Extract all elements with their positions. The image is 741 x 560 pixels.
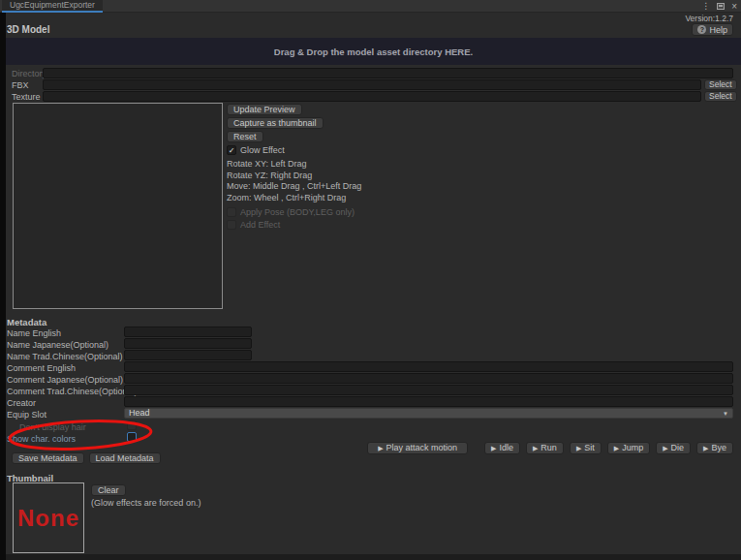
comment-chinese-label: Comment Trad.Chinese(Optional) <box>7 387 138 396</box>
name-chinese-field[interactable] <box>124 350 252 360</box>
jump-motion-button[interactable]: ▶ Jump <box>607 442 650 454</box>
equip-slot-label: Equip Slot <box>7 410 46 420</box>
tab-bar: UgcEquipmentExporter ⋮ × <box>0 0 741 13</box>
preview-controls: Update Preview Capture as thumbnail Rese… <box>227 104 361 232</box>
play-icon: ▶ <box>576 445 581 451</box>
apply-pose-row: Apply Pose (BODY,LEG only) <box>227 206 355 218</box>
name-english-field[interactable] <box>124 327 252 337</box>
load-metadata-button[interactable]: Load Metadata <box>89 452 161 464</box>
name-english-label: Name English <box>7 328 61 338</box>
directory-label: Directory <box>12 69 46 78</box>
mouse-instructions: Rotate XY: Left Drag Rotate YZ: Right Dr… <box>227 159 361 203</box>
texture-select-button[interactable]: Select <box>704 91 737 102</box>
instruction-line: Move: Middle Drag , Ctrl+Left Drag <box>227 181 361 193</box>
chevron-down-icon: ▼ <box>723 410 728 419</box>
section-title-3d-model: 3D Model <box>7 24 49 35</box>
die-motion-label: Die <box>671 444 685 452</box>
creator-label: Creator <box>7 398 36 408</box>
add-effect-checkbox <box>227 220 236 230</box>
kebab-menu-icon[interactable]: ⋮ <box>701 2 710 11</box>
fbx-field[interactable] <box>43 79 701 90</box>
creator-field[interactable] <box>124 396 733 407</box>
sit-motion-button[interactable]: ▶ Sit <box>570 442 602 454</box>
play-icon: ▶ <box>703 445 708 451</box>
sit-motion-label: Sit <box>584 444 595 452</box>
model-preview-viewport[interactable] <box>13 103 223 309</box>
bye-motion-button[interactable]: ▶ Bye <box>696 442 733 454</box>
equip-slot-dropdown[interactable]: Head ▼ <box>124 408 733 419</box>
comment-japanese-field[interactable] <box>124 373 733 384</box>
help-button-label: Help <box>709 25 727 35</box>
check-icon: ✓ <box>229 146 235 155</box>
comment-english-field[interactable] <box>124 361 733 372</box>
show-char-colors-checkbox[interactable] <box>127 432 137 442</box>
instruction-line: Rotate XY: Left Drag <box>227 159 361 171</box>
apply-pose-label: Apply Pose (BODY,LEG only) <box>240 207 355 217</box>
run-motion-label: Run <box>540 444 557 452</box>
comment-chinese-field[interactable] <box>124 385 733 395</box>
glow-effect-row: ✓ Glow Effect <box>227 144 285 156</box>
help-button[interactable]: ? Help <box>692 23 733 36</box>
directory-field[interactable] <box>43 68 733 78</box>
fbx-select-button[interactable]: Select <box>704 79 737 90</box>
die-motion-button[interactable]: ▶ Die <box>656 442 691 454</box>
save-metadata-button[interactable]: Save Metadata <box>12 452 84 464</box>
instruction-line: Zoom: Wheel , Ctrl+Right Drag <box>227 193 361 204</box>
play-icon: ▶ <box>378 445 383 451</box>
bye-motion-label: Bye <box>711 444 726 452</box>
drag-drop-label: Drag & Drop the model asset directory HE… <box>274 47 473 57</box>
thumbnail-preview: None <box>13 482 84 553</box>
close-icon[interactable]: × <box>731 2 737 12</box>
comment-japanese-label: Comment Japanese(Optional) <box>7 375 123 385</box>
play-icon: ▶ <box>663 445 667 451</box>
glow-effect-label: Glow Effect <box>240 145 285 155</box>
thumbnail-note: (Glow effects are forced on.) <box>91 498 201 508</box>
play-icon: ▶ <box>614 445 619 451</box>
dont-display-hair-checkbox <box>127 420 137 430</box>
jump-motion-label: Jump <box>622 444 643 452</box>
reset-button[interactable]: Reset <box>227 131 263 142</box>
thumbnail-none-placeholder: None <box>17 505 79 532</box>
name-japanese-field[interactable] <box>124 338 252 349</box>
run-motion-button[interactable]: ▶ Run <box>526 442 564 454</box>
update-preview-button[interactable]: Update Preview <box>227 104 302 115</box>
tab-ugc-equipment-exporter[interactable]: UgcEquipmentExporter <box>2 0 103 13</box>
add-effect-label: Add Effect <box>240 220 280 230</box>
idle-motion-button[interactable]: ▶ Idle <box>484 442 520 454</box>
fbx-label: FBX <box>12 80 29 90</box>
texture-field[interactable] <box>43 91 701 102</box>
comment-english-label: Comment English <box>7 363 76 373</box>
drag-drop-zone[interactable]: Drag & Drop the model asset directory HE… <box>6 38 741 65</box>
capture-thumbnail-button[interactable]: Capture as thumbnail <box>227 117 324 129</box>
bottom-edge-strip <box>6 554 741 560</box>
ugc-equipment-exporter-window: UgcEquipmentExporter ⋮ × Version:1.2.7 3… <box>0 0 741 560</box>
motion-buttons-row: ▶ Play attack motion ▶ Idle ▶ Run ▶ Sit … <box>367 442 733 454</box>
clear-thumbnail-button[interactable]: Clear <box>91 484 126 496</box>
play-attack-motion-button[interactable]: ▶ Play attack motion <box>367 442 468 454</box>
name-japanese-label: Name Japanese(Optional) <box>7 340 108 350</box>
instruction-line: Rotate YZ: Right Drag <box>227 171 361 182</box>
apply-pose-checkbox <box>227 207 236 217</box>
name-chinese-label: Name Trad.Chinese(Optional) <box>7 352 123 361</box>
texture-label: Texture <box>12 92 41 102</box>
equip-slot-value: Head <box>129 408 150 418</box>
idle-motion-label: Idle <box>499 444 513 452</box>
play-icon: ▶ <box>533 445 538 451</box>
play-icon: ▶ <box>491 445 496 451</box>
metadata-file-buttons: Save Metadata Load Metadata <box>12 452 161 464</box>
metadata-header: Metadata <box>7 317 46 327</box>
window-controls: ⋮ × <box>701 0 737 13</box>
window-icon[interactable] <box>717 3 725 10</box>
tab-title: UgcEquipmentExporter <box>10 0 95 10</box>
play-attack-motion-label: Play attack motion <box>386 444 458 452</box>
add-effect-row: Add Effect <box>227 219 280 231</box>
dont-display-hair-label: Don't display hair <box>19 422 86 432</box>
glow-effect-checkbox[interactable]: ✓ <box>227 145 236 155</box>
version-label: Version:1.2.7 <box>685 14 733 23</box>
show-char-colors-label: Show char. colors <box>7 434 76 444</box>
left-edge-strip <box>0 13 6 560</box>
help-icon: ? <box>697 25 706 34</box>
